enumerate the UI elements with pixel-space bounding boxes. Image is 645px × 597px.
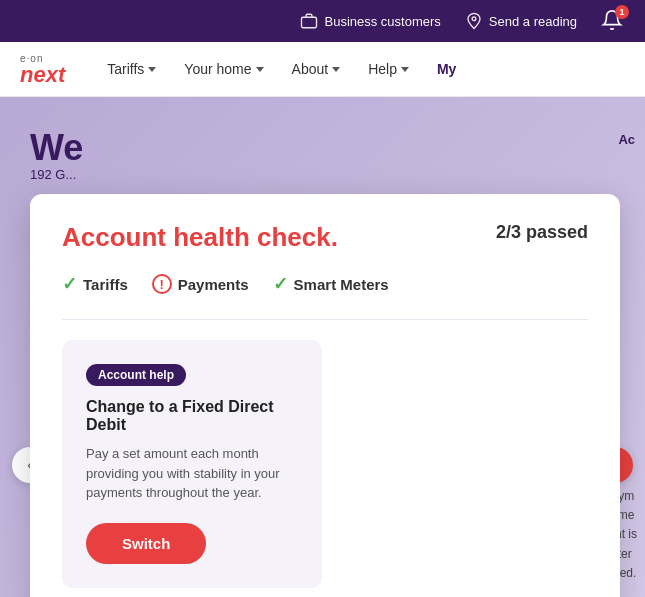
chevron-down-icon — [332, 67, 340, 72]
account-help-card: Account help Change to a Fixed Direct De… — [62, 340, 322, 588]
check-items: ✓ Tariffs ! Payments ✓ Smart Meters — [62, 273, 588, 295]
business-customers-link[interactable]: Business customers — [300, 12, 440, 30]
check-ok-icon: ✓ — [62, 273, 77, 295]
check-warn-icon: ! — [152, 274, 172, 294]
check-payments: ! Payments — [152, 274, 249, 294]
check-smart-meters-label: Smart Meters — [294, 276, 389, 293]
nav-bar: e·on next Tariffs Your home About Help M… — [0, 42, 645, 97]
card-tag: Account help — [86, 364, 186, 386]
card-title: Change to a Fixed Direct Debit — [86, 398, 298, 434]
check-tariffs: ✓ Tariffs — [62, 273, 128, 295]
nav-tariffs[interactable]: Tariffs — [95, 53, 168, 85]
check-ok-icon-2: ✓ — [273, 273, 288, 295]
page-title: We — [30, 127, 83, 169]
chevron-down-icon — [401, 67, 409, 72]
business-customers-label: Business customers — [324, 14, 440, 29]
nav-your-home[interactable]: Your home — [172, 53, 275, 85]
check-tariffs-label: Tariffs — [83, 276, 128, 293]
address-text: 192 G... — [30, 167, 76, 182]
svg-point-1 — [472, 17, 476, 21]
nav-your-home-label: Your home — [184, 61, 251, 77]
nav-my[interactable]: My — [425, 53, 468, 85]
nav-help-label: Help — [368, 61, 397, 77]
notification-icon[interactable]: 1 — [601, 9, 625, 33]
top-bar: Business customers Send a reading 1 — [0, 0, 645, 42]
modal-divider — [62, 319, 588, 320]
nav-about-label: About — [292, 61, 329, 77]
card-description: Pay a set amount each month providing yo… — [86, 444, 298, 503]
logo-main: next — [20, 64, 65, 86]
nav-items: Tariffs Your home About Help My — [95, 53, 625, 85]
modal-header: Account health check. 2/3 passed — [62, 222, 588, 253]
passed-badge: 2/3 passed — [496, 222, 588, 243]
health-check-modal: Account health check. 2/3 passed ✓ Tarif… — [30, 194, 620, 597]
account-label: Ac — [618, 132, 635, 147]
nav-about[interactable]: About — [280, 53, 353, 85]
chevron-down-icon — [148, 67, 156, 72]
send-reading-label: Send a reading — [489, 14, 577, 29]
check-smart-meters: ✓ Smart Meters — [273, 273, 389, 295]
switch-button[interactable]: Switch — [86, 523, 206, 564]
svg-rect-0 — [302, 17, 317, 28]
nav-tariffs-label: Tariffs — [107, 61, 144, 77]
logo[interactable]: e·on next — [20, 53, 65, 86]
modal-title: Account health check. — [62, 222, 338, 253]
page-background: We Ac 192 G... ‹ › t paym payme ment is … — [0, 97, 645, 597]
check-payments-label: Payments — [178, 276, 249, 293]
send-reading-link[interactable]: Send a reading — [465, 12, 577, 30]
chevron-down-icon — [256, 67, 264, 72]
notification-badge: 1 — [615, 5, 629, 19]
nav-help[interactable]: Help — [356, 53, 421, 85]
